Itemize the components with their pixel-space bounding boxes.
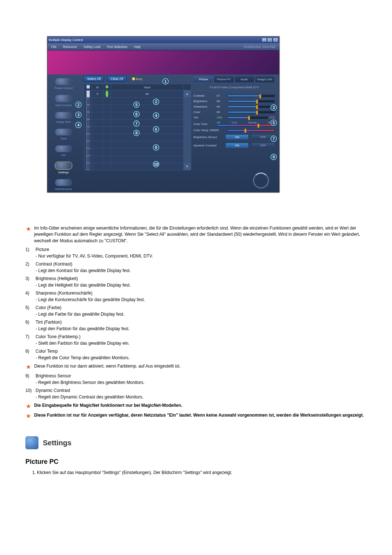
def-item: Contrast (Kontrast)- Legt den Kontrast f… <box>25 261 367 274</box>
sidebar-item-pip[interactable] <box>55 145 72 152</box>
sidebar-label: Image Size <box>56 120 71 123</box>
close-button[interactable]: × <box>273 38 278 42</box>
star-icon: ★ <box>25 412 31 420</box>
brightness-sensor-label: Brightness Sensor <box>193 135 222 139</box>
sidebar: Power Control Input Source Image Size Ti… <box>48 76 79 192</box>
grid-row[interactable]: ▼ <box>84 163 191 170</box>
def-item: Dynamic Contrast- Regelt den Dynamic Con… <box>25 387 367 400</box>
dynamic-contrast-off[interactable]: OFF <box>252 143 275 148</box>
color-label: Color <box>193 110 215 114</box>
grid-header-row: ID Input <box>84 84 191 90</box>
tint-row: Tint G50 R50 <box>193 115 275 120</box>
adjust-panel: Picture Picture PC Audio Image Lock TV,A… <box>193 76 275 150</box>
col-status <box>103 85 111 89</box>
color-temp-label: Color Temp 10000K <box>193 129 226 132</box>
star-note-netstatus: ★ Diese Funktion ist nur für Anzeigen ve… <box>25 412 367 420</box>
sidebar-item-settings[interactable] <box>55 162 72 169</box>
def-item: Sharpness (Konturenschärfe)- Legt die Ko… <box>25 290 367 303</box>
sidebar-item-image-size[interactable] <box>55 112 72 119</box>
grid-row[interactable] <box>84 149 191 156</box>
brightness-row: Brightness 60 <box>193 98 275 104</box>
menu-safety-lock[interactable]: Safety Lock <box>83 45 101 49</box>
sidebar-label: Time <box>60 137 66 140</box>
color-slider[interactable] <box>228 111 275 113</box>
brightness-sensor-row: Brightness Sensor ON OFF <box>193 133 275 141</box>
menu-file[interactable]: File <box>51 45 57 49</box>
banner <box>48 50 279 74</box>
callout-2r: 2 <box>153 98 159 105</box>
brightness-slider[interactable] <box>228 100 275 102</box>
callout-6r: 6 <box>153 126 159 133</box>
maximize-button[interactable]: □ <box>267 38 272 42</box>
tint-slider[interactable] <box>228 117 268 119</box>
brightness-sensor-on[interactable]: ON <box>225 134 249 140</box>
menu-remocon[interactable]: Remocon <box>63 45 77 49</box>
tab-picture[interactable]: Picture <box>193 76 213 83</box>
section-title: Settings <box>43 439 72 447</box>
tint-left: G50 <box>217 116 226 119</box>
sidebar-item-time[interactable] <box>55 129 72 135</box>
dynamic-contrast-row: Dynamic Contrast ON OFF <box>193 141 275 150</box>
grid-row[interactable]: 0 AV ▲ <box>84 90 191 98</box>
clear-all-button[interactable]: Clear All <box>107 76 126 82</box>
dynamic-contrast-label: Dynamic Contrast <box>193 144 222 147</box>
subsection-title: Picture PC <box>25 458 367 466</box>
tone-option-labels: Off Cool Normal Warm <box>217 121 275 124</box>
contrast-label: Contrast <box>193 94 215 97</box>
sidebar-item-input-source[interactable] <box>55 95 72 102</box>
def-item: Color Tone (Farbtemp.)- Stellt den Farbt… <box>25 333 367 347</box>
def-item: Tint (Farbton)- Legt den Farbton für das… <box>25 319 367 332</box>
star-icon: ★ <box>25 402 31 410</box>
color-tone-label: Color Tone <box>193 122 215 126</box>
step-item: Klicken Sie auf das Hauptsymbol "Setting… <box>37 469 367 476</box>
definition-list: Picture- Nur verfügbar für TV, AV, S-Vid… <box>25 246 367 361</box>
loading-spinner-icon <box>253 173 269 189</box>
minimize-button[interactable]: _ <box>262 38 267 42</box>
contrast-slider[interactable] <box>228 95 275 97</box>
row-input: AV <box>111 90 184 97</box>
callout-7l: 7 <box>133 120 140 127</box>
sidebar-item-power-control[interactable] <box>55 78 72 85</box>
sidebar-label: PIP <box>61 154 66 157</box>
menu-help[interactable]: Help <box>134 45 141 49</box>
sidebar-label: Maintenance <box>55 187 72 191</box>
color-tone-row: Color Tone Off Cool Normal Warm <box>193 120 275 127</box>
intro-text: Im Info-Gitter erscheinen einige wesentl… <box>34 225 367 244</box>
col-input: Input <box>111 86 184 89</box>
tab-audio[interactable]: Audio <box>234 76 254 83</box>
callout-10: 10 <box>153 161 159 167</box>
def-item: Picture- Nur verfügbar für TV, AV, S-Vid… <box>25 246 367 259</box>
star-icon: ★ <box>25 225 31 232</box>
tab-image-lock[interactable]: Image Lock <box>255 76 275 83</box>
color-temp-row: Color Temp 10000K <box>193 127 275 133</box>
menu-port-selection[interactable]: Port Selection <box>107 45 127 49</box>
callout-9: 9 <box>270 154 277 160</box>
color-tone-slider[interactable] <box>217 124 275 126</box>
callout-3l: 3 <box>75 112 82 118</box>
row-scroll-up[interactable]: ▲ <box>184 90 191 97</box>
callout-8r: 8 <box>153 144 159 151</box>
contrast-value: 67 <box>217 94 226 97</box>
star-note-text: Diese Funktion ist nur für Anzeigen verf… <box>34 412 364 418</box>
brightness-value: 60 <box>217 100 226 103</box>
dynamic-contrast-on[interactable]: ON <box>225 143 249 148</box>
star-note-8: ★ Diese Funktion ist nur dann aktiviert,… <box>25 363 367 370</box>
select-all-button[interactable]: Select All <box>84 76 104 82</box>
section-header: Settings <box>25 436 367 449</box>
callout-6l: 6 <box>133 111 140 117</box>
window-controls: _ □ × <box>262 38 278 42</box>
row-check[interactable] <box>84 90 92 97</box>
sidebar-label: Settings <box>58 171 69 174</box>
titlebar: Multiple Display Control _ □ × <box>48 37 279 43</box>
color-temp-slider[interactable] <box>228 129 275 131</box>
row-status <box>103 90 111 97</box>
sharpness-slider[interactable] <box>228 106 275 108</box>
contrast-row: Contrast 67 <box>193 93 275 98</box>
callout-4l: 4 <box>75 122 82 128</box>
grid-row[interactable] <box>84 141 191 149</box>
step-list: Klicken Sie auf das Hauptsymbol "Setting… <box>25 469 367 476</box>
tab-picture-pc[interactable]: Picture PC <box>214 76 234 83</box>
grid-row[interactable] <box>84 156 191 163</box>
sidebar-item-maintenance[interactable] <box>55 179 72 186</box>
sidebar-label: Input Source <box>55 104 72 107</box>
